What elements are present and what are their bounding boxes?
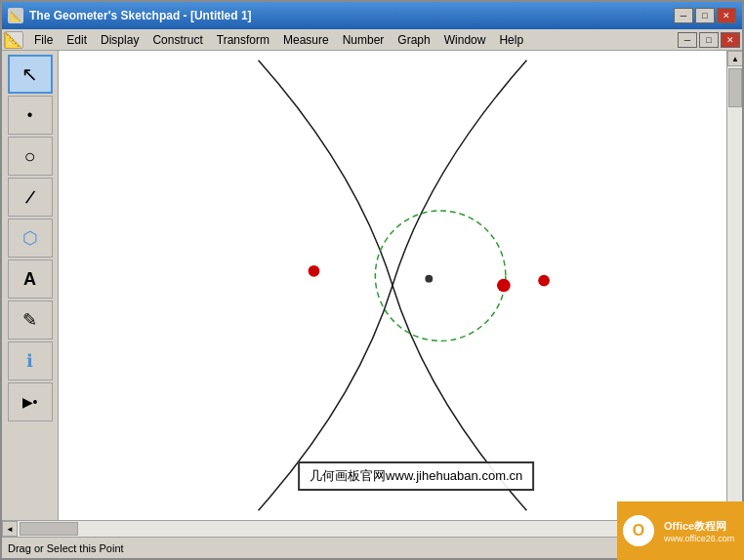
main-area: 几何画板官网www.jihehuaban.com.cn ▲ ▼ xyxy=(2,51,742,520)
animate-tool-button[interactable] xyxy=(8,382,53,421)
line-tool-button[interactable] xyxy=(8,178,53,217)
menu-app-icon[interactable]: 📐 xyxy=(4,31,23,49)
watermark-text: 几何画板官网www.jihehuaban.com.cn xyxy=(310,468,522,483)
menu-file[interactable]: File xyxy=(27,31,60,49)
svg-point-4 xyxy=(538,275,550,287)
inner-close-button[interactable]: ✕ xyxy=(721,32,740,48)
menu-bar: 📐 File Edit Display Construct Transform … xyxy=(2,29,742,51)
badge-line2: www.office26.com xyxy=(664,534,734,543)
badge-line1: Office教程网 xyxy=(664,519,734,534)
status-message: Drag or Select this Point xyxy=(8,542,124,554)
minimize-button[interactable]: ─ xyxy=(674,8,693,23)
scroll-track-v[interactable] xyxy=(727,66,742,504)
window-frame: 📐 The Geometer's Sketchpad - [Untitled 1… xyxy=(0,0,744,560)
toolbar xyxy=(2,51,59,520)
marker-tool-button[interactable] xyxy=(8,300,53,340)
window-title: The Geometer's Sketchpad - [Untitled 1] xyxy=(29,9,252,22)
scroll-thumb-h[interactable] xyxy=(20,522,78,536)
scroll-thumb-v[interactable] xyxy=(728,68,742,107)
scroll-track-h[interactable] xyxy=(18,521,711,537)
menu-graph[interactable]: Graph xyxy=(391,31,436,49)
badge-text: Office教程网 www.office26.com xyxy=(664,519,734,543)
menu-construct[interactable]: Construct xyxy=(145,31,209,49)
scroll-up-button[interactable]: ▲ xyxy=(727,51,742,66)
menu-window[interactable]: Window xyxy=(437,31,493,49)
title-buttons: ─ □ ✕ xyxy=(674,8,736,23)
close-button[interactable]: ✕ xyxy=(717,8,736,23)
maximize-button[interactable]: □ xyxy=(695,8,715,23)
vertical-scrollbar[interactable]: ▲ ▼ xyxy=(726,51,742,520)
svg-point-2 xyxy=(425,275,433,283)
app-icon: 📐 xyxy=(8,8,23,23)
svg-point-0 xyxy=(375,211,506,341)
sketch-svg xyxy=(59,51,726,520)
menu-edit[interactable]: Edit xyxy=(60,31,94,49)
svg-point-1 xyxy=(309,265,320,277)
point-tool-button[interactable] xyxy=(8,96,53,135)
polygon-tool-button[interactable] xyxy=(8,219,53,258)
title-bar-left: 📐 The Geometer's Sketchpad - [Untitled 1… xyxy=(8,8,252,23)
title-bar: 📐 The Geometer's Sketchpad - [Untitled 1… xyxy=(2,2,742,29)
office-icon: O xyxy=(623,515,654,546)
select-tool-button[interactable] xyxy=(8,55,53,94)
menu-transform[interactable]: Transform xyxy=(210,31,276,49)
canvas-with-scrollbar: 几何画板官网www.jihehuaban.com.cn ▲ ▼ xyxy=(59,51,742,520)
info-tool-button[interactable] xyxy=(8,341,53,380)
menu-help[interactable]: Help xyxy=(492,31,530,49)
inner-minimize-button[interactable]: ─ xyxy=(678,32,697,48)
inner-maximize-button[interactable]: □ xyxy=(699,32,719,48)
menu-measure[interactable]: Measure xyxy=(276,31,336,49)
sketch-canvas[interactable]: 几何画板官网www.jihehuaban.com.cn xyxy=(59,51,726,520)
menu-number[interactable]: Number xyxy=(336,31,392,49)
menu-display[interactable]: Display xyxy=(94,31,145,49)
watermark-box: 几何画板官网www.jihehuaban.com.cn xyxy=(298,461,534,491)
text-tool-button[interactable] xyxy=(8,260,53,299)
scroll-left-button[interactable]: ◄ xyxy=(2,521,18,537)
circle-tool-button[interactable] xyxy=(8,137,53,176)
office-badge: O Office教程网 www.office26.com xyxy=(617,501,744,560)
svg-point-3 xyxy=(497,279,511,293)
